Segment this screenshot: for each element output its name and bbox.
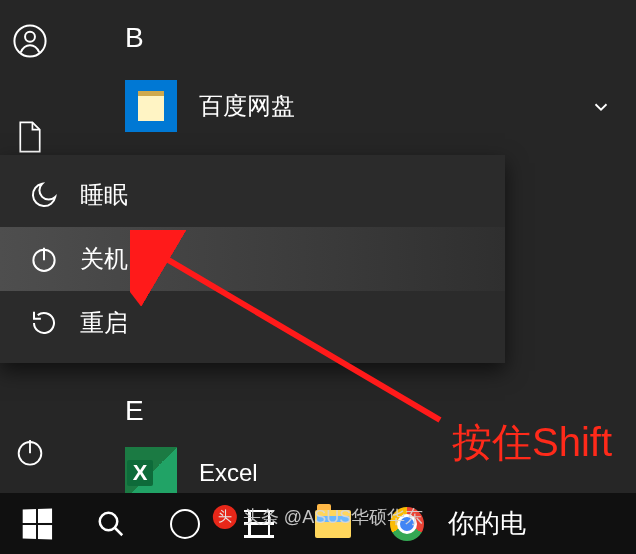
folder-icon [125,80,177,132]
taskbar-cortana[interactable] [148,493,222,554]
watermark: 头 头条 @ASUS华硕华东 [213,505,423,529]
taskbar-right-text: 你的电 [448,506,526,541]
cortana-icon [170,509,200,539]
app-label: Excel [199,459,258,487]
annotation-text: 按住Shift [452,415,612,470]
apps-list: B 百度网盘 [105,0,636,138]
power-item-label: 重启 [80,307,128,339]
power-menu: 睡眠 关机 重启 [0,155,505,363]
power-sleep[interactable]: 睡眠 [0,163,505,227]
power-icon [28,243,60,275]
documents-icon[interactable] [7,114,53,160]
taskbar-search[interactable] [74,493,148,554]
moon-icon [28,179,60,211]
power-restart[interactable]: 重启 [0,291,505,355]
watermark-logo-icon: 头 [213,505,237,529]
app-label: 百度网盘 [199,90,295,122]
start-menu-panel: B 百度网盘 睡眠 关机 重启 E [0,0,636,493]
chevron-down-icon[interactable] [590,96,612,122]
power-shutdown[interactable]: 关机 [0,227,505,291]
svg-line-9 [115,527,123,535]
start-button[interactable] [0,493,74,554]
svg-point-1 [25,32,35,42]
watermark-text: 头条 @ASUS华硕华东 [243,505,423,529]
power-item-label: 关机 [80,243,128,275]
section-header-e[interactable]: E [105,395,278,427]
apps-list-lower: E Excel [105,395,278,505]
power-item-label: 睡眠 [80,179,128,211]
section-header-b[interactable]: B [105,22,636,54]
power-rail-icon[interactable] [7,429,53,475]
svg-point-8 [100,512,118,530]
app-baidu-netdisk[interactable]: 百度网盘 [105,74,636,138]
windows-logo-icon [23,508,52,539]
excel-icon [125,447,177,499]
restart-icon [28,307,60,339]
account-icon[interactable] [7,18,53,64]
